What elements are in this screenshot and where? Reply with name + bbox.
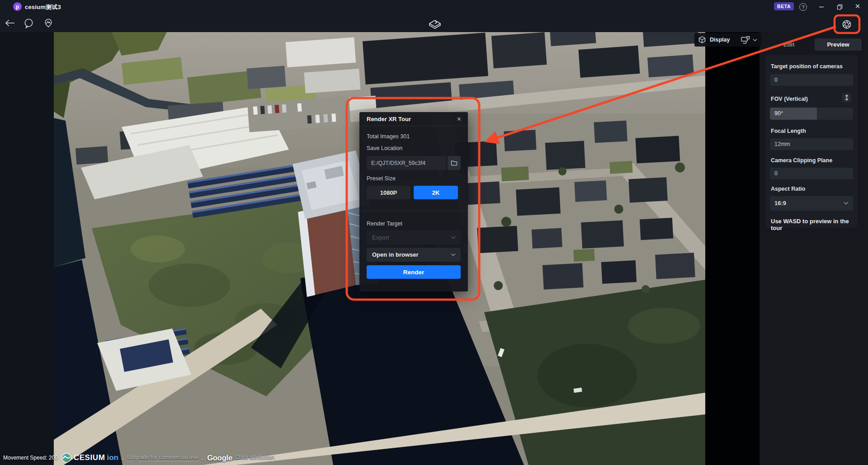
upgrade-link[interactable]: Upgrade for commercial use <box>127 454 198 461</box>
export-select[interactable]: Export <box>367 230 461 244</box>
aspect-ratio-value: 16:9 <box>774 200 786 207</box>
display-label: Display <box>710 37 730 43</box>
clipping-plane-input[interactable]: 0 <box>770 168 853 179</box>
preset-size-label: Preset Size <box>367 175 461 182</box>
tab-preview[interactable]: Preview <box>815 38 862 51</box>
display-cube-icon <box>698 36 706 44</box>
target-position-label: Target position of cameras <box>770 63 853 70</box>
dialog-divider <box>359 211 468 211</box>
viewport-letterbox <box>705 32 760 465</box>
tab-edit[interactable]: Edit <box>765 38 813 51</box>
target-position-input[interactable]: 0 <box>770 74 853 86</box>
app-logo-letter: p <box>16 4 19 10</box>
aspect-ratio-select[interactable]: 16:9 <box>770 196 853 211</box>
fov-slider[interactable]: 90° <box>770 108 853 120</box>
app-logo: p <box>13 2 22 11</box>
focal-length-input[interactable]: 12mm <box>770 138 853 150</box>
title-bar: p cesium测试3 BETA ? ✕ <box>0 0 868 32</box>
chat-button[interactable] <box>24 18 34 30</box>
fov-expand-button[interactable] <box>842 93 851 102</box>
separator-dot: . <box>122 455 124 461</box>
chevron-down-icon <box>451 253 456 256</box>
maximize-button[interactable] <box>835 2 844 12</box>
render-xr-tour-dialog: Render XR Tour ✕ Total Images 301 Save L… <box>359 112 468 291</box>
status-bar: Movement Speed: 200 CESIUM ion . Upgrade… <box>3 452 274 463</box>
movement-speed-label: Movement Speed: 200 <box>3 455 58 461</box>
poi-button[interactable] <box>43 18 53 30</box>
data-attribution-link[interactable]: Data attribution <box>236 454 274 461</box>
back-button[interactable] <box>5 19 15 28</box>
left-gutter <box>0 32 54 465</box>
open-mode-value: Open in browser <box>372 251 419 258</box>
aspect-ratio-label: Aspect Ratio <box>770 186 853 192</box>
cesium-wordmark[interactable]: CESIUM <box>74 453 105 462</box>
display-control[interactable]: Display <box>694 33 761 47</box>
dialog-title: Render XR Tour <box>367 116 411 122</box>
chevron-down-icon <box>451 236 456 239</box>
cesium-globe-icon[interactable] <box>61 453 71 463</box>
export-select-value: Export <box>372 234 389 241</box>
minimize-button[interactable] <box>816 2 826 12</box>
render-button[interactable]: Render <box>367 265 461 279</box>
camera-settings-card: Target position of cameras 0 FOV (Vertic… <box>765 55 858 228</box>
ion-wordmark[interactable]: ion <box>107 453 118 462</box>
window-title: cesium测试3 <box>25 3 61 11</box>
save-path-input[interactable] <box>367 156 446 170</box>
beta-badge: BETA <box>774 2 794 10</box>
focal-length-label: Focal Length <box>770 128 853 134</box>
close-button[interactable]: ✕ <box>853 1 863 11</box>
fov-label: FOV (Vertical) <box>770 96 853 102</box>
restore-icon <box>837 4 843 10</box>
help-icon[interactable]: ? <box>799 3 807 11</box>
aperture-icon <box>841 19 852 30</box>
total-images-label: Total Images 301 <box>367 133 461 140</box>
google-logo: Google <box>207 454 232 462</box>
save-location-label: Save Location <box>367 145 461 151</box>
folder-icon <box>451 160 458 166</box>
camera-settings-panel: Edit Preview Target position of cameras … <box>760 32 868 465</box>
render-target-label: Render Target <box>367 221 461 227</box>
separator-dot: . <box>202 455 204 461</box>
wasd-hint: Use WASD to preview in the tour <box>770 218 853 231</box>
scene-cube-button[interactable] <box>428 19 442 33</box>
poi-pin-icon <box>43 18 53 28</box>
fov-value: 90° <box>770 108 853 120</box>
clipping-plane-label: Camera Clipping Plane <box>770 157 853 164</box>
vertical-arrows-icon <box>844 94 849 101</box>
render-settings-button[interactable] <box>841 19 852 32</box>
open-mode-select[interactable]: Open in browser <box>367 248 461 262</box>
preset-1080p-button[interactable]: 1080P <box>367 186 410 199</box>
preset-2k-button[interactable]: 2K <box>414 186 458 199</box>
browse-folder-button[interactable] <box>448 156 461 170</box>
chat-bubble-icon <box>24 18 34 28</box>
app-window: p cesium测试3 BETA ? ✕ <box>0 0 868 465</box>
minimize-icon <box>819 4 824 9</box>
back-arrow-icon <box>5 19 15 27</box>
dialog-header: Render XR Tour ✕ <box>359 112 468 126</box>
screen-switch-icon <box>741 36 750 44</box>
chevron-down-icon <box>753 38 757 42</box>
dialog-close-button[interactable]: ✕ <box>457 116 462 122</box>
scene-cube-icon <box>428 19 442 31</box>
chevron-down-icon <box>844 202 849 205</box>
